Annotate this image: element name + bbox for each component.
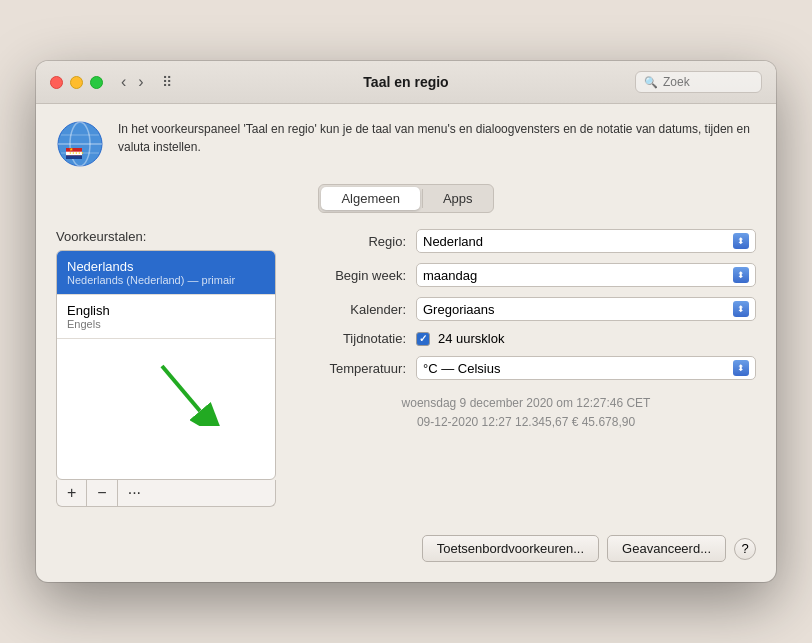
forward-button[interactable]: ›	[134, 73, 147, 91]
preview-line1: woensdag 9 december 2020 om 12:27:46 CET	[296, 394, 756, 413]
preview-line2: 09-12-2020 12:27 12.345,67 € 45.678,90	[296, 413, 756, 432]
window: ‹ › ⠿ Taal en regio 🔍 ★	[36, 61, 776, 582]
svg-rect-8	[66, 155, 82, 159]
temperatuur-row: Temperatuur: °C — Celsius ⬍	[296, 356, 756, 380]
kalender-label: Kalender:	[296, 302, 406, 317]
add-language-button[interactable]: +	[57, 480, 87, 506]
remove-language-button[interactable]: −	[87, 480, 117, 506]
tab-algemeen[interactable]: Algemeen	[321, 187, 420, 210]
keyboard-preferences-button[interactable]: Toetsenbordvoorkeuren...	[422, 535, 599, 562]
list-controls: + − ···	[56, 480, 276, 507]
begin-week-value: maandag	[423, 268, 477, 283]
language-name: English	[67, 303, 265, 318]
help-button[interactable]: ?	[734, 538, 756, 560]
list-item[interactable]: English Engels	[57, 295, 275, 339]
maximize-button[interactable]	[90, 76, 103, 89]
temperatuur-dropdown[interactable]: °C — Celsius ⬍	[416, 356, 756, 380]
preview-area: woensdag 9 december 2020 om 12:27:46 CET…	[296, 394, 756, 432]
begin-week-row: Begin week: maandag ⬍	[296, 263, 756, 287]
begin-week-control: maandag ⬍	[416, 263, 756, 287]
close-button[interactable]	[50, 76, 63, 89]
titlebar: ‹ › ⠿ Taal en regio 🔍	[36, 61, 776, 104]
temperatuur-value: °C — Celsius	[423, 361, 500, 376]
regio-row: Regio: Nederland ⬍	[296, 229, 756, 253]
regio-dropdown[interactable]: Nederland ⬍	[416, 229, 756, 253]
temperatuur-control: °C — Celsius ⬍	[416, 356, 756, 380]
traffic-lights	[50, 76, 103, 89]
tabs: Algemeen Apps	[318, 184, 493, 213]
languages-panel: Voorkeurstalen: Nederlands Nederlands (N…	[56, 229, 276, 507]
dropdown-arrow-icon: ⬍	[733, 360, 749, 376]
back-button[interactable]: ‹	[117, 73, 130, 91]
begin-week-dropdown[interactable]: maandag ⬍	[416, 263, 756, 287]
tabs-container: Algemeen Apps	[56, 184, 756, 213]
search-input[interactable]	[663, 75, 753, 89]
tijdnotatie-row: Tijdnotatie: 24 uursklok	[296, 331, 756, 346]
list-item[interactable]: Nederlands Nederlands (Nederland) — prim…	[57, 251, 275, 295]
search-box[interactable]: 🔍	[635, 71, 762, 93]
language-name: Nederlands	[67, 259, 265, 274]
green-arrow-icon	[142, 356, 222, 429]
dropdown-arrow-icon: ⬍	[733, 233, 749, 249]
tijdnotatie-label: Tijdnotatie:	[296, 331, 406, 346]
more-options-button[interactable]: ···	[118, 480, 151, 506]
languages-label: Voorkeurstalen:	[56, 229, 276, 244]
dropdown-arrow-icon: ⬍	[733, 267, 749, 283]
content: ★★★★★ ★ In het voorkeurspaneel 'Taal en …	[36, 104, 776, 582]
kalender-value: Gregoriaans	[423, 302, 495, 317]
regio-label: Regio:	[296, 234, 406, 249]
minimize-button[interactable]	[70, 76, 83, 89]
dropdown-arrow-icon: ⬍	[733, 301, 749, 317]
info-banner: ★★★★★ ★ In het voorkeurspaneel 'Taal en …	[56, 120, 756, 168]
tab-apps[interactable]: Apps	[423, 185, 493, 212]
settings-panel: Regio: Nederland ⬍ Begin week: maandag	[296, 229, 756, 507]
arrow-area	[57, 339, 275, 439]
kalender-row: Kalender: Gregoriaans ⬍	[296, 297, 756, 321]
regio-control: Nederland ⬍	[416, 229, 756, 253]
grid-button[interactable]: ⠿	[158, 72, 176, 92]
nav-buttons: ‹ ›	[117, 73, 148, 91]
main-area: Voorkeurstalen: Nederlands Nederlands (N…	[56, 229, 756, 507]
kalender-dropdown[interactable]: Gregoriaans ⬍	[416, 297, 756, 321]
bottom-buttons: Toetsenbordvoorkeuren... Geavanceerd... …	[56, 525, 756, 562]
temperatuur-label: Temperatuur:	[296, 361, 406, 376]
advanced-button[interactable]: Geavanceerd...	[607, 535, 726, 562]
language-sub: Nederlands (Nederland) — primair	[67, 274, 265, 286]
kalender-control: Gregoriaans ⬍	[416, 297, 756, 321]
regio-value: Nederland	[423, 234, 483, 249]
info-description: In het voorkeurspaneel 'Taal en regio' k…	[118, 120, 756, 156]
search-icon: 🔍	[644, 76, 658, 89]
tijdnotatie-control: 24 uursklok	[416, 331, 756, 346]
language-list: Nederlands Nederlands (Nederland) — prim…	[56, 250, 276, 480]
window-title: Taal en regio	[363, 74, 448, 90]
language-sub: Engels	[67, 318, 265, 330]
tijdnotatie-value: 24 uursklok	[438, 331, 504, 346]
tijdnotatie-checkbox[interactable]	[416, 332, 430, 346]
svg-line-12	[162, 366, 200, 411]
svg-text:★★★★★: ★★★★★	[69, 151, 84, 155]
globe-icon: ★★★★★ ★	[56, 120, 104, 168]
begin-week-label: Begin week:	[296, 268, 406, 283]
